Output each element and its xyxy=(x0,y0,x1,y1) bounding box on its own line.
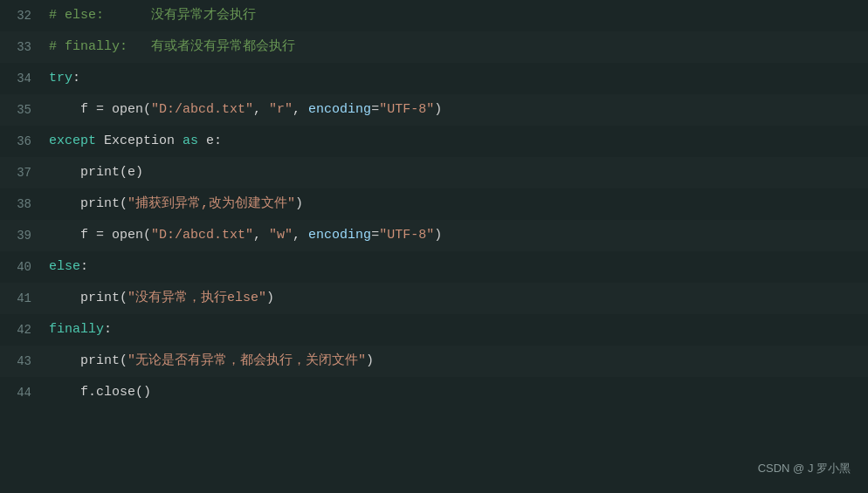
code-token: : xyxy=(104,322,112,337)
code-line: 33# finally: 有或者没有异常都会执行 xyxy=(0,31,868,63)
line-number: 35 xyxy=(0,94,45,126)
code-token: # else: 没有异常才会执行 xyxy=(49,8,256,23)
code-line: 40else: xyxy=(0,251,868,283)
line-content: finally: xyxy=(45,314,868,346)
code-editor: 32# else: 没有异常才会执行33# finally: 有或者没有异常都会… xyxy=(0,0,868,493)
line-content: print(e) xyxy=(45,157,868,188)
code-line: 35 f = open("D:/abcd.txt", "r", encoding… xyxy=(0,94,868,126)
code-line: 38 print("捕获到异常,改为创建文件") xyxy=(0,188,868,220)
code-line: 44 f.close() xyxy=(0,377,868,408)
code-token: f = open( xyxy=(49,228,151,243)
code-token: ) xyxy=(295,196,303,211)
watermark: CSDN @ J 罗小黑 xyxy=(758,453,851,484)
line-content: print("无论是否有异常，都会执行，关闭文件") xyxy=(45,346,868,377)
line-content: try: xyxy=(45,63,868,94)
code-token: , xyxy=(293,102,308,117)
code-token: , xyxy=(253,102,269,117)
line-number: 32 xyxy=(0,0,45,31)
line-number: 33 xyxy=(0,31,45,63)
line-number: 42 xyxy=(0,314,45,346)
code-token: "D:/abcd.txt" xyxy=(151,228,253,243)
code-token: = xyxy=(371,102,379,117)
code-token: e: xyxy=(198,134,222,148)
code-token: as xyxy=(183,134,198,148)
code-line: 36except Exception as e: xyxy=(0,126,868,157)
code-token: "UTF-8" xyxy=(379,102,434,117)
code-token: Exception xyxy=(96,134,183,148)
code-token: (e) xyxy=(120,165,143,180)
code-token: , xyxy=(293,228,308,243)
line-content: # else: 没有异常才会执行 xyxy=(45,0,868,31)
code-token: "捕获到异常,改为创建文件" xyxy=(127,196,295,211)
code-token: "没有异常，执行else" xyxy=(127,291,266,305)
code-token: "r" xyxy=(269,102,293,117)
code-token: = xyxy=(371,228,379,243)
line-content: except Exception as e: xyxy=(45,126,868,157)
line-number: 36 xyxy=(0,126,45,157)
code-line: 41 print("没有异常，执行else") xyxy=(0,283,868,314)
line-number: 38 xyxy=(0,188,45,220)
line-content: f.close() xyxy=(45,377,868,408)
code-token: print xyxy=(49,165,120,180)
code-token: , xyxy=(253,228,269,243)
code-token: print( xyxy=(49,353,127,368)
code-line: 39 f = open("D:/abcd.txt", "w", encoding… xyxy=(0,220,868,251)
line-content: print("没有异常，执行else") xyxy=(45,283,868,314)
code-line: 37 print(e) xyxy=(0,157,868,188)
code-token: else xyxy=(49,259,80,274)
line-content: else: xyxy=(45,251,868,283)
code-token: ) xyxy=(366,353,374,368)
line-content: # finally: 有或者没有异常都会执行 xyxy=(45,31,868,63)
code-token: try xyxy=(49,71,72,86)
code-block: 32# else: 没有异常才会执行33# finally: 有或者没有异常都会… xyxy=(0,0,868,408)
line-number: 40 xyxy=(0,251,45,283)
code-token: f = open( xyxy=(49,102,151,117)
code-token: : xyxy=(80,259,88,274)
code-token: ) xyxy=(266,291,274,305)
code-token: # finally: 有或者没有异常都会执行 xyxy=(49,39,295,54)
code-token: print( xyxy=(49,196,127,211)
code-token: f.close() xyxy=(49,385,151,400)
line-number: 39 xyxy=(0,220,45,251)
line-content: print("捕获到异常,改为创建文件") xyxy=(45,188,868,220)
line-content: f = open("D:/abcd.txt", "r", encoding="U… xyxy=(45,94,868,126)
line-number: 34 xyxy=(0,63,45,94)
line-number: 44 xyxy=(0,377,45,408)
code-line: 34try: xyxy=(0,63,868,94)
code-line: 42finally: xyxy=(0,314,868,346)
code-token: "无论是否有异常，都会执行，关闭文件" xyxy=(127,353,366,368)
code-line: 43 print("无论是否有异常，都会执行，关闭文件") xyxy=(0,346,868,377)
code-token: encoding xyxy=(308,228,371,243)
code-token: encoding xyxy=(308,102,371,117)
code-token: finally xyxy=(49,322,104,337)
code-token: : xyxy=(72,71,80,86)
code-token: "w" xyxy=(269,228,293,243)
line-content: f = open("D:/abcd.txt", "w", encoding="U… xyxy=(45,220,868,251)
line-number: 41 xyxy=(0,283,45,314)
code-token: "UTF-8" xyxy=(379,228,434,243)
code-token: ) xyxy=(434,228,442,243)
code-line: 32# else: 没有异常才会执行 xyxy=(0,0,868,31)
code-token: "D:/abcd.txt" xyxy=(151,102,253,117)
code-token: print( xyxy=(49,291,127,305)
line-number: 43 xyxy=(0,346,45,377)
line-number: 37 xyxy=(0,157,45,188)
code-token: ) xyxy=(434,102,442,117)
code-token: except xyxy=(49,134,96,148)
